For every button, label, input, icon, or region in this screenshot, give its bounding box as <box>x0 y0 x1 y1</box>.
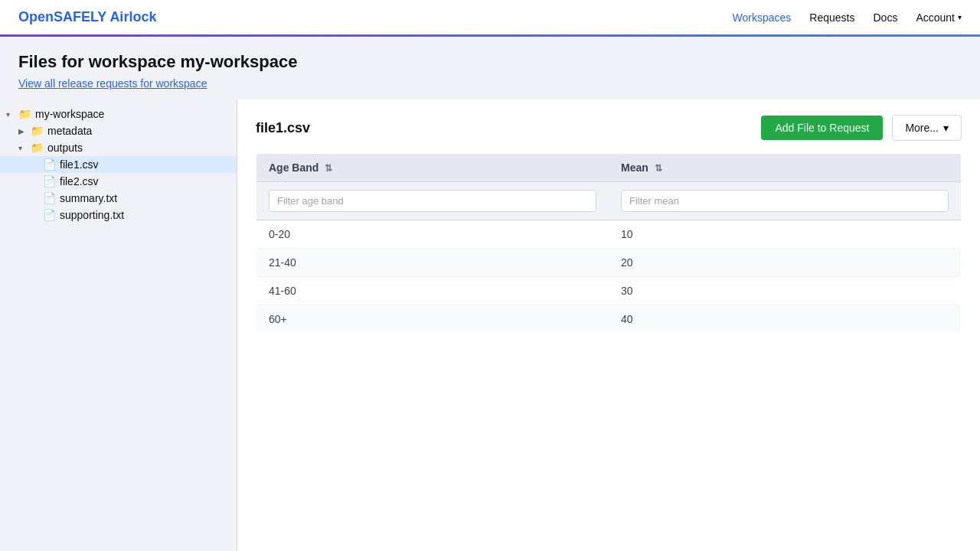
main-content: file1.csv Add File to Request More... ▾ … <box>237 99 980 551</box>
col-age-band-label: Age Band <box>269 161 318 174</box>
file-icon: 📄 <box>43 209 56 221</box>
tree-item-label: summary.txt <box>60 192 117 204</box>
nav-docs[interactable]: Docs <box>874 11 898 24</box>
nav-workspaces[interactable]: Workspaces <box>733 11 792 24</box>
file-icon: 📄 <box>43 158 56 171</box>
data-table: Age Band ⇅ Mean ⇅ <box>256 153 962 334</box>
toggle-icon: ▾ <box>6 110 18 119</box>
filter-mean-cell <box>609 182 962 220</box>
logo: OpenSAFELY Airlock <box>18 9 156 25</box>
page-title: Files for workspace my-workspace <box>18 52 962 72</box>
table-header-row: Age Band ⇅ Mean ⇅ <box>256 154 962 182</box>
content-actions: Add File to Request More... ▾ <box>761 115 962 141</box>
tree-item-label: file1.csv <box>60 158 99 171</box>
tree-item-label: metadata <box>47 125 92 137</box>
add-file-button[interactable]: Add File to Request <box>761 116 883 140</box>
col-mean[interactable]: Mean ⇅ <box>609 154 962 182</box>
tree-item-file2.csv[interactable]: 📄file2.csv <box>0 173 237 190</box>
table-body: 0-201021-402041-603060+40 <box>256 220 962 334</box>
tree-item-supporting.txt[interactable]: 📄supporting.txt <box>0 207 237 223</box>
cell-age-band: 41-60 <box>256 277 609 305</box>
main-layout: ▾📁my-workspace▶📁metadata▾📁outputs📄file1.… <box>0 99 980 551</box>
filter-mean-input[interactable] <box>621 190 949 212</box>
folder-icon: 📁 <box>31 142 44 154</box>
more-button[interactable]: More... ▾ <box>892 115 962 141</box>
table-row: 60+40 <box>256 305 962 334</box>
cell-mean: 10 <box>609 220 962 249</box>
col-mean-label: Mean <box>621 161 648 174</box>
tree-item-label: supporting.txt <box>60 209 124 221</box>
toggle-icon: ▾ <box>18 144 31 152</box>
nav: Workspaces Requests Docs Account ▾ <box>733 11 962 24</box>
tree-item-outputs[interactable]: ▾📁outputs <box>0 139 237 156</box>
cell-mean: 30 <box>609 277 962 305</box>
folder-icon: 📁 <box>18 108 31 120</box>
tree-item-label: file2.csv <box>60 175 99 187</box>
file-tree: ▾📁my-workspace▶📁metadata▾📁outputs📄file1.… <box>0 99 237 551</box>
table-row: 21-4020 <box>256 249 962 277</box>
tree-item-summary.txt[interactable]: 📄summary.txt <box>0 190 237 207</box>
sort-mean-icon: ⇅ <box>655 163 662 174</box>
logo-accent: Airlock <box>109 9 156 24</box>
table-row: 0-2010 <box>256 220 962 249</box>
file-title: file1.csv <box>256 120 310 136</box>
tree-item-file1.csv[interactable]: 📄file1.csv <box>0 156 237 173</box>
filter-age-band-cell <box>256 182 609 220</box>
more-chevron-icon: ▾ <box>943 122 949 134</box>
table-row: 41-6030 <box>256 277 962 305</box>
file-icon: 📄 <box>43 192 56 204</box>
account-chevron-icon: ▾ <box>958 13 962 21</box>
account-label: Account <box>916 11 955 24</box>
tree-item-label: my-workspace <box>35 108 104 120</box>
col-age-band[interactable]: Age Band ⇅ <box>256 154 609 182</box>
account-menu[interactable]: Account ▾ <box>916 11 962 24</box>
toggle-icon: ▶ <box>18 127 31 135</box>
tree-item-metadata[interactable]: ▶📁metadata <box>0 122 237 139</box>
tree-item-my-workspace[interactable]: ▾📁my-workspace <box>0 106 237 122</box>
sub-header: Files for workspace my-workspace View al… <box>0 37 980 99</box>
filter-row <box>256 182 962 220</box>
tree-item-label: outputs <box>47 142 83 154</box>
folder-icon: 📁 <box>31 125 44 137</box>
logo-text: OpenSAFELY <box>18 9 106 24</box>
sort-age-band-icon: ⇅ <box>325 163 332 174</box>
file-icon: 📄 <box>43 175 56 187</box>
cell-age-band: 60+ <box>256 305 609 334</box>
nav-requests[interactable]: Requests <box>809 11 854 24</box>
filter-age-band-input[interactable] <box>269 190 596 212</box>
header: OpenSAFELY Airlock Workspaces Requests D… <box>0 0 980 37</box>
cell-mean: 20 <box>609 249 962 277</box>
more-label: More... <box>905 122 939 134</box>
cell-age-band: 0-20 <box>256 220 609 249</box>
cell-age-band: 21-40 <box>256 249 609 277</box>
view-requests-link[interactable]: View all release requests for workspace <box>18 77 207 90</box>
content-header: file1.csv Add File to Request More... ▾ <box>256 115 962 141</box>
cell-mean: 40 <box>609 305 962 334</box>
